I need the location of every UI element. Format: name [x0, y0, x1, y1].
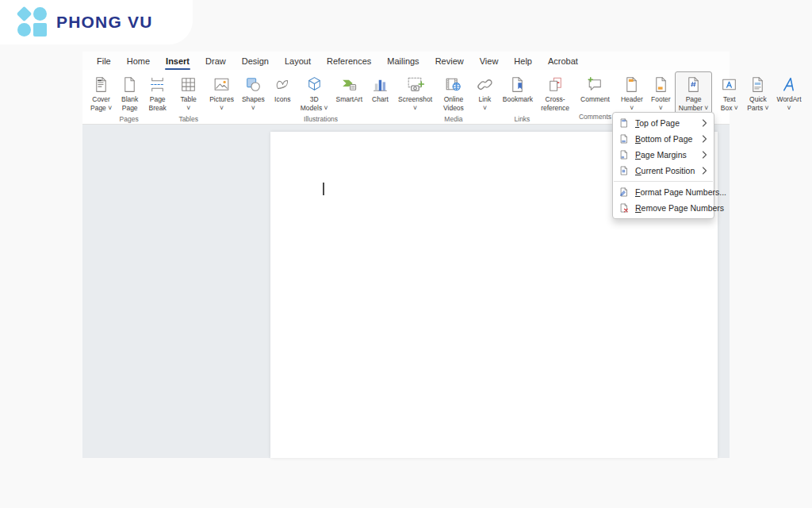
ribbon-group-buttons: Link˅BookmarkCross-reference	[471, 70, 573, 114]
text-box-icon	[719, 74, 739, 94]
ribbon-button-blank-page[interactable]: BlankPage	[116, 71, 144, 114]
menu-item-page-margins[interactable]: Page Margins	[613, 147, 714, 163]
smartart-icon	[339, 74, 359, 94]
tab-mailings[interactable]: Mailings	[379, 52, 427, 70]
menu-item-label: Current Position	[635, 166, 702, 175]
ribbon-button-label: PageBreak	[149, 95, 167, 113]
ribbon-button-cover-page[interactable]: CoverPage ˅	[86, 71, 116, 114]
tab-file[interactable]: File	[89, 52, 119, 70]
blank-page-icon	[120, 74, 140, 94]
page-number-current-icon	[619, 165, 630, 176]
ribbon-button-label: Table˅	[181, 95, 197, 113]
ribbon-button-label: Chart	[372, 95, 389, 104]
menu-separator	[614, 181, 713, 182]
ribbon-button-label: 3DModels ˅	[301, 95, 328, 113]
ribbon-group-buttons: OnlineVideos	[439, 70, 468, 114]
tab-help[interactable]: Help	[506, 52, 540, 70]
logo-square-shape	[33, 23, 47, 37]
page-break-icon	[147, 74, 167, 94]
ribbon-button-label: Icons	[274, 95, 290, 104]
logo-text: PHONG VU	[56, 13, 153, 32]
ribbon-button-label: TextBox ˅	[721, 95, 738, 113]
ribbon-group-label: Pages	[86, 114, 171, 124]
page-number-margins-icon	[619, 149, 630, 160]
submenu-arrow-icon	[702, 151, 709, 160]
ribbon-button-chart[interactable]: Chart	[366, 71, 394, 106]
ribbon-button-header[interactable]: Header˅	[617, 71, 647, 114]
ribbon-button-pictures[interactable]: Pictures˅	[205, 71, 238, 114]
ribbon-button-label: OnlineVideos	[443, 95, 464, 113]
bookmark-icon	[508, 74, 527, 94]
ribbon-group-media: OnlineVideosMedia	[439, 70, 468, 124]
tab-acrobat[interactable]: Acrobat	[540, 52, 586, 70]
ribbon-button-cross-reference[interactable]: Cross-reference	[537, 71, 573, 114]
pictures-icon	[212, 74, 232, 94]
ribbon-group-text: TextBox ˅QuickParts ˅WordArt˅	[715, 70, 805, 124]
ribbon-button-label: Comment	[580, 95, 610, 104]
ribbon-button-label: Shapes˅	[242, 95, 265, 113]
tab-layout[interactable]: Layout	[277, 52, 319, 70]
header-icon	[622, 74, 642, 94]
menu-item-current-position[interactable]: Current Position	[613, 163, 714, 179]
ribbon-button-bookmark[interactable]: Bookmark	[499, 71, 537, 106]
ribbon-button-online-videos[interactable]: OnlineVideos	[439, 71, 468, 114]
ribbon-group-links: Link˅BookmarkCross-referenceLinks	[471, 70, 573, 124]
submenu-arrow-icon	[702, 167, 709, 175]
ribbon-button-footer[interactable]: Footer˅	[647, 71, 675, 114]
shapes-icon	[243, 74, 263, 94]
format-page-numbers-icon	[619, 187, 630, 198]
ribbon-button-label: Bookmark	[503, 95, 533, 104]
cover-page-icon	[91, 74, 111, 94]
chart-icon	[370, 74, 390, 94]
ribbon-button-comment[interactable]: Comment	[576, 71, 614, 106]
tab-home[interactable]: Home	[119, 52, 158, 70]
submenu-arrow-icon	[702, 119, 709, 128]
menu-item-label: Format Page Numbers...	[635, 187, 726, 197]
ribbon-group-comments: CommentComments	[576, 70, 614, 124]
ribbon-button-page-break[interactable]: PageBreak	[144, 71, 171, 114]
ribbon-button-3d-models[interactable]: 3DModels ˅	[297, 71, 332, 114]
page-number-icon	[684, 74, 703, 94]
screenshot-icon	[405, 74, 425, 94]
ribbon-button-smartart[interactable]: SmartArt	[331, 71, 366, 106]
logo-diamond-shape	[17, 6, 33, 22]
cross-reference-icon	[546, 74, 565, 94]
ribbon-button-wordart[interactable]: WordArt˅	[773, 71, 806, 114]
ribbon-button-shapes[interactable]: Shapes˅	[238, 71, 269, 114]
ribbon-group-label	[715, 114, 805, 124]
menu-item-format-page-numbers[interactable]: Format Page Numbers...	[613, 184, 714, 200]
phongvu-logo-icon	[17, 7, 48, 37]
ribbon-group-label: Links	[471, 114, 573, 124]
ribbon-button-text-box[interactable]: TextBox ˅	[715, 71, 743, 114]
logo-circle-shape	[33, 7, 47, 21]
submenu-arrow-icon	[702, 135, 709, 144]
3d-models-icon	[304, 74, 324, 94]
tab-insert[interactable]: Insert	[158, 52, 197, 70]
page-number-top-icon	[619, 117, 630, 129]
ribbon-group-tables: Table˅Tables	[174, 70, 202, 124]
tab-view[interactable]: View	[472, 52, 507, 70]
menu-item-bottom-of-page[interactable]: Bottom of Page	[613, 131, 714, 147]
ribbon-button-label: Header˅	[621, 95, 643, 113]
tab-references[interactable]: References	[319, 52, 379, 70]
menu-item-remove-page-numbers[interactable]: Remove Page Numbers	[613, 200, 714, 216]
ribbon-button-screenshot[interactable]: Screenshot˅	[394, 71, 436, 114]
menu-item-top-of-page[interactable]: Top of Page	[613, 115, 714, 131]
ribbon-button-quick-parts[interactable]: QuickParts ˅	[743, 71, 772, 114]
menu-item-label: Bottom of Page	[635, 134, 702, 144]
ribbon-tab-bar: FileHomeInsertDrawDesignLayoutReferences…	[82, 52, 730, 70]
ribbon-group-label: Comments	[576, 112, 614, 124]
logo-circle-shape	[17, 23, 31, 37]
ribbon-button-page-number[interactable]: PageNumber ˅	[675, 71, 713, 114]
quick-parts-icon	[748, 74, 768, 94]
ribbon-button-icons[interactable]: Icons	[269, 71, 297, 106]
wordart-icon	[779, 74, 799, 94]
ribbon-group-buttons: Comment	[576, 70, 614, 112]
tab-design[interactable]: Design	[234, 52, 277, 70]
tab-review[interactable]: Review	[427, 52, 472, 70]
ribbon-button-table[interactable]: Table˅	[174, 71, 202, 114]
ribbon-button-link[interactable]: Link˅	[471, 71, 499, 114]
ribbon-group-label: Media	[439, 114, 468, 124]
tab-draw[interactable]: Draw	[197, 52, 234, 70]
ribbon-button-label: WordArt˅	[777, 95, 802, 113]
